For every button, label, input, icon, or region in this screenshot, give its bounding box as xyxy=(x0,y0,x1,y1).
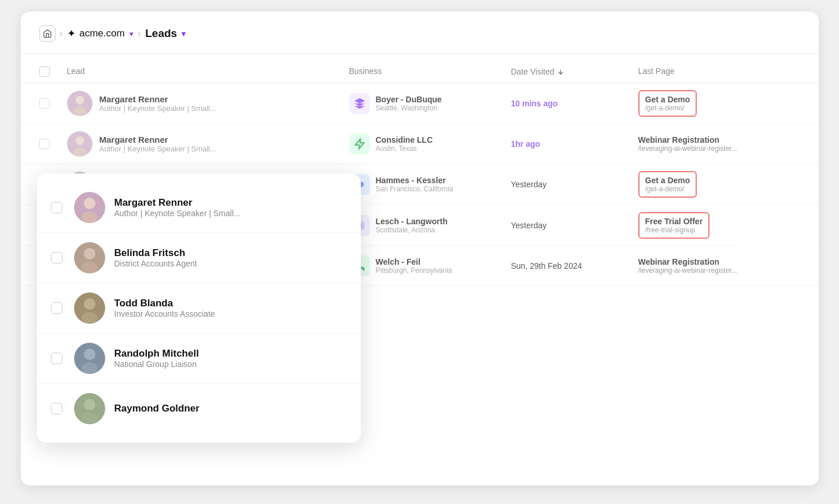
row-checkbox[interactable] xyxy=(39,98,50,109)
header-date-visited[interactable]: Date Visited xyxy=(511,66,638,77)
svg-point-21 xyxy=(84,248,95,260)
page-name: Get a Demo xyxy=(645,95,690,104)
svg-point-30 xyxy=(84,399,95,410)
biz-location: Seattle, Washington xyxy=(376,104,442,112)
floating-info: Margaret Renner Author | Keynote Speaker… xyxy=(114,197,241,218)
sort-icon xyxy=(557,68,564,76)
floating-avatar xyxy=(74,292,105,324)
page-cell-container: Get a Demo /get-a-demo/ xyxy=(638,171,800,198)
header-last-page: Last Page xyxy=(638,66,800,77)
biz-logo xyxy=(349,93,370,114)
biz-name: Hammes - Kessler xyxy=(376,176,453,185)
breadcrumb-sep-1: › xyxy=(60,29,63,38)
floating-list-item[interactable]: Raymond Goldner xyxy=(37,384,361,433)
biz-info: Considine LLC Austin, Texas xyxy=(376,135,433,153)
home-icon[interactable] xyxy=(39,25,56,42)
table-row[interactable]: Margaret Renner Author | Keynote Speaker… xyxy=(21,124,819,164)
biz-info: Lesch - Langworth Scottsdale, Arizona xyxy=(376,217,448,234)
page-url: /leveraging-ai-webinar-register... xyxy=(638,144,800,153)
floating-info: Todd Blanda Investor Accounts Associate xyxy=(114,298,215,318)
header-checkbox-col xyxy=(39,66,67,77)
float-checkbox[interactable] xyxy=(51,353,62,364)
page-url: /get-a-demo/ xyxy=(645,185,690,193)
svg-point-31 xyxy=(82,413,98,424)
svg-point-19 xyxy=(82,212,98,223)
last-page-cell: Webinar Registration /leveraging-ai-webi… xyxy=(638,257,800,275)
svg-point-22 xyxy=(82,262,98,273)
table-header: Lead Business Date Visited Last Page xyxy=(21,61,819,83)
select-all-checkbox[interactable] xyxy=(39,66,50,77)
floating-list-item[interactable]: Margaret Renner Author | Keynote Speaker… xyxy=(37,183,361,233)
biz-location: Scottsdale, Arizona xyxy=(376,226,448,234)
page-name: Webinar Registration xyxy=(638,135,800,144)
svg-point-1 xyxy=(75,96,84,105)
floating-avatar xyxy=(74,343,105,374)
svg-point-28 xyxy=(82,362,98,374)
leads-label: Leads xyxy=(145,27,177,40)
biz-location: San Francisco, California xyxy=(376,185,453,193)
floating-lead-role: National Group Liaison xyxy=(114,360,199,369)
svg-point-24 xyxy=(84,298,95,310)
floating-leads-panel: Margaret Renner Author | Keynote Speaker… xyxy=(37,173,361,443)
row-checkbox[interactable] xyxy=(39,139,50,149)
biz-name: Lesch - Langworth xyxy=(376,217,448,226)
business-cell: Boyer - DuBuque Seattle, Washington xyxy=(349,93,511,114)
page-name: Get a Demo xyxy=(645,176,690,185)
floating-avatar xyxy=(74,393,105,424)
business-cell: Considine LLC Austin, Texas xyxy=(349,134,511,154)
svg-point-5 xyxy=(73,147,86,157)
float-checkbox[interactable] xyxy=(51,403,62,414)
lead-info: Margaret Renner Author | Keynote Speaker… xyxy=(99,94,217,113)
biz-name: Boyer - DuBuque xyxy=(376,95,442,104)
spark-icon: ✦ xyxy=(67,27,76,40)
business-cell: Hammes - Kessler San Francisco, Californ… xyxy=(349,174,511,195)
floating-info: Raymond Goldner xyxy=(114,403,199,414)
lead-cell: Margaret Renner Author | Keynote Speaker… xyxy=(67,131,349,157)
main-card: › ✦ acme.com ▾ › Leads ▾ Lead Business D… xyxy=(21,12,819,486)
floating-list-item[interactable]: Todd Blanda Investor Accounts Associate xyxy=(37,283,361,333)
float-checkbox[interactable] xyxy=(51,252,62,264)
floating-info: Randolph Mitchell National Group Liaison xyxy=(114,348,199,369)
last-page-cell: Get a Demo /get-a-demo/ xyxy=(638,171,697,198)
date-cell: Sun, 29th Feb 2024 xyxy=(511,261,638,270)
page-cell-container: Webinar Registration /leveraging-ai-webi… xyxy=(638,135,800,153)
floating-list-item[interactable]: Randolph Mitchell National Group Liaison xyxy=(37,333,361,384)
lead-role: Author | Keynote Speaker | Small... xyxy=(99,144,217,153)
page-url: /get-a-demo/ xyxy=(645,104,690,112)
floating-lead-role: Author | Keynote Speaker | Small... xyxy=(114,209,241,218)
header-lead: Lead xyxy=(67,66,349,77)
svg-point-25 xyxy=(82,312,98,324)
biz-info: Welch - Feil Pittsburgh, Pennsylvania xyxy=(376,257,452,275)
svg-point-2 xyxy=(73,107,86,116)
svg-point-4 xyxy=(75,136,84,145)
svg-point-27 xyxy=(84,349,95,360)
table-row[interactable]: Margaret Renner Author | Keynote Speaker… xyxy=(21,83,819,124)
breadcrumb-leads[interactable]: Leads ▾ xyxy=(145,27,186,40)
floating-list-item[interactable]: Belinda Fritsch District Accounts Agent xyxy=(37,233,361,283)
leads-chevron-icon: ▾ xyxy=(182,29,186,38)
biz-info: Boyer - DuBuque Seattle, Washington xyxy=(376,95,442,112)
date-cell: Yesterday xyxy=(511,180,638,189)
lead-name: Margaret Renner xyxy=(99,135,217,144)
date-cell: 1hr ago xyxy=(511,139,638,149)
header-business: Business xyxy=(349,66,511,77)
business-cell: Welch - Feil Pittsburgh, Pennsylvania xyxy=(349,255,511,276)
lead-role: Author | Keynote Speaker | Small... xyxy=(99,104,217,113)
floating-lead-name: Belinda Fritsch xyxy=(114,247,197,259)
avatar xyxy=(67,91,93,116)
lead-info: Margaret Renner Author | Keynote Speaker… xyxy=(99,135,217,153)
page-url: /leveraging-ai-webinar-register... xyxy=(638,266,800,275)
breadcrumb-workspace[interactable]: ✦ acme.com ▾ xyxy=(67,27,133,40)
workspace-chevron-icon: ▾ xyxy=(130,29,134,38)
float-checkbox[interactable] xyxy=(51,202,62,213)
biz-logo xyxy=(349,134,370,154)
floating-lead-role: Investor Accounts Associate xyxy=(114,309,215,318)
floating-lead-name: Randolph Mitchell xyxy=(114,348,199,360)
float-checkbox[interactable] xyxy=(51,302,62,314)
page-cell-container: Webinar Registration /leveraging-ai-webi… xyxy=(638,257,800,275)
page-name: Webinar Registration xyxy=(638,257,800,266)
page-cell-container: Get a Demo /get-a-demo/ xyxy=(638,90,800,117)
business-cell: Lesch - Langworth Scottsdale, Arizona xyxy=(349,215,511,236)
lead-cell: Margaret Renner Author | Keynote Speaker… xyxy=(67,91,349,116)
date-cell: Yesterday xyxy=(511,221,638,230)
